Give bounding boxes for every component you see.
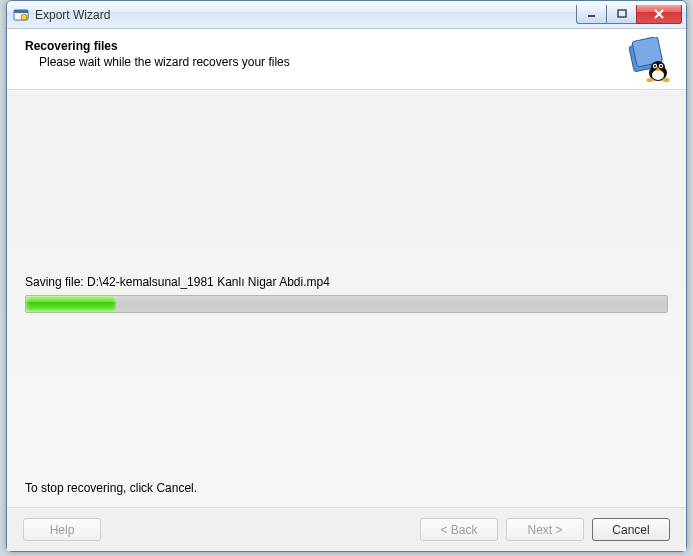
- svg-rect-4: [618, 10, 626, 17]
- svg-point-2: [21, 14, 27, 20]
- svg-point-15: [660, 65, 662, 67]
- svg-point-18: [663, 78, 670, 82]
- maximize-button[interactable]: [606, 5, 636, 24]
- svg-point-17: [647, 78, 654, 82]
- back-button[interactable]: < Back: [420, 518, 498, 541]
- status-prefix: Saving file:: [25, 275, 87, 289]
- status-path: D:\42-kemalsunal_1981 Kanlı Nigar Abdi.m…: [87, 275, 330, 289]
- wizard-header-text: Recovering files Please wait while the w…: [25, 39, 624, 69]
- wizard-subheading: Please wait while the wizard recovers yo…: [25, 55, 624, 69]
- app-icon: [13, 7, 29, 23]
- window-title: Export Wizard: [35, 8, 576, 22]
- titlebar: Export Wizard: [7, 1, 686, 29]
- svg-point-14: [654, 65, 656, 67]
- wizard-content: Saving file: D:\42-kemalsunal_1981 Kanlı…: [7, 90, 686, 507]
- button-bar: Help < Back Next > Cancel: [7, 507, 686, 551]
- minimize-button[interactable]: [576, 5, 606, 24]
- wizard-icon: [624, 37, 670, 83]
- window-controls: [576, 5, 682, 24]
- progress-bar: [25, 295, 668, 313]
- status-text: Saving file: D:\42-kemalsunal_1981 Kanlı…: [25, 275, 330, 289]
- cancel-button[interactable]: Cancel: [592, 518, 670, 541]
- help-button[interactable]: Help: [23, 518, 101, 541]
- svg-rect-1: [14, 10, 28, 13]
- export-wizard-window: Export Wizard Recovering files Please wa…: [6, 0, 687, 552]
- progress-fill: [26, 296, 116, 312]
- wizard-header: Recovering files Please wait while the w…: [7, 29, 686, 90]
- hint-text: To stop recovering, click Cancel.: [25, 481, 197, 495]
- next-button[interactable]: Next >: [506, 518, 584, 541]
- wizard-heading: Recovering files: [25, 39, 624, 53]
- svg-point-11: [652, 70, 664, 80]
- close-button[interactable]: [636, 5, 682, 24]
